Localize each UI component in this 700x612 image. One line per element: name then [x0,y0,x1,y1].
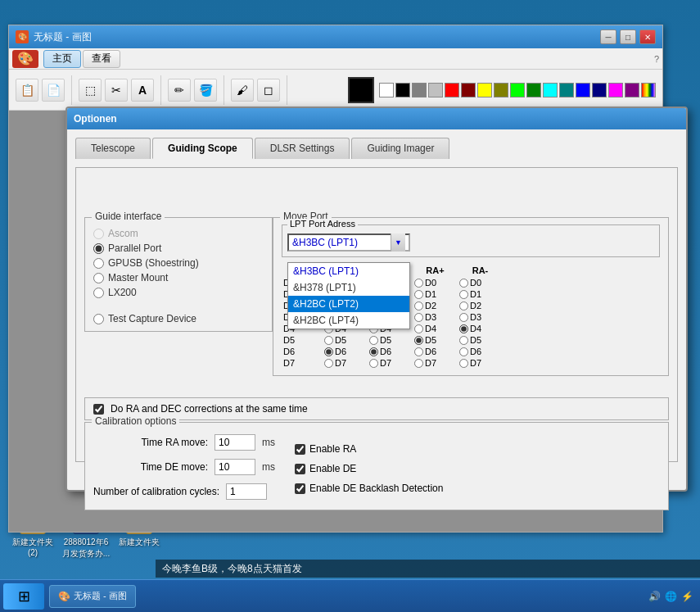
row-d3-raminus[interactable]: D3 [458,311,503,323]
row-d1-raplus[interactable]: D1 [413,288,458,300]
time-ra-input[interactable] [215,434,255,451]
color-purple[interactable] [625,83,639,97]
radio-parallel[interactable]: Parallel Port [93,243,264,254]
radio-d0-raminus[interactable] [459,279,468,288]
taskbar-paint-window[interactable]: 🎨 无标题 - 画图 [49,585,136,608]
radio-d5-deminus[interactable] [369,336,378,345]
enable-ra-checkbox[interactable] [295,444,305,455]
radio-d7-raminus[interactable] [459,359,468,368]
row-d7-raminus[interactable]: D7 [458,357,503,369]
radio-d7-deminus[interactable] [369,359,378,368]
tab-dlsr[interactable]: DLSR Settings [255,138,350,159]
color-navy[interactable] [592,83,607,97]
radio-d7-raplus[interactable] [414,359,423,368]
radio-d4-raminus[interactable] [459,324,468,333]
color-silver[interactable] [428,83,443,97]
select-icon[interactable]: ⬚ [79,79,102,102]
radio-d6-deminus[interactable] [369,347,378,356]
radio-gpusb-input[interactable] [93,258,104,269]
row-d2-raplus[interactable]: D2 [413,300,458,311]
maximize-button[interactable]: □ [620,29,636,44]
radio-d5-raminus[interactable] [459,336,468,345]
radio-d1-raminus[interactable] [459,290,468,299]
radio-lx200-input[interactable] [93,288,104,298]
brush-icon[interactable]: 🖌 [231,79,254,102]
row-d2-raminus[interactable]: D2 [458,300,503,311]
color-white[interactable] [379,83,394,97]
radio-d1-raplus[interactable] [414,290,423,299]
enable-de-checkbox[interactable] [295,464,305,474]
active-color-box[interactable] [348,77,374,103]
radio-d4-raplus[interactable] [414,324,423,333]
radio-test-input[interactable] [93,314,104,324]
row-d6-raminus[interactable]: D6 [458,346,503,357]
radio-d5-raplus[interactable] [414,336,423,345]
tray-icon-1[interactable]: 🔊 [648,590,661,603]
row-d0-raminus[interactable]: D0 [458,277,503,288]
row-d5-raplus[interactable]: D5 [413,334,458,346]
radio-master[interactable]: Master Mount [93,272,264,283]
pencil-icon[interactable]: ✏ [168,79,191,102]
fill-icon[interactable]: 🪣 [194,79,217,102]
clipboard-icon[interactable]: 📋 [16,79,38,102]
color-fuchsia[interactable] [608,83,623,97]
color-red[interactable] [445,83,459,97]
radio-d3-raminus[interactable] [459,313,468,322]
tray-icon-2[interactable]: 🌐 [664,590,677,603]
ra-dec-checkbox[interactable] [93,404,104,415]
color-green[interactable] [526,83,541,97]
radio-test[interactable]: Test Capture Device [93,313,264,324]
lpt-select-display[interactable]: &H3BC (LPT1) ▼ [287,233,410,252]
tab-guiding-scope[interactable]: Guiding Scope [152,138,253,159]
radio-d2-raplus[interactable] [414,301,423,311]
color-yellow[interactable] [477,83,492,97]
crop-icon[interactable]: ✂ [105,79,128,102]
color-teal[interactable] [559,83,574,97]
row-d5-deminus[interactable]: D5 [368,334,413,346]
lpt-option-2[interactable]: &H378 (LPT1) [288,279,409,296]
radio-ascom-input[interactable] [93,229,104,239]
dropdown-arrow-icon[interactable]: ▼ [391,233,405,252]
radio-d6-raplus[interactable] [414,347,423,356]
row-d7-deminus[interactable]: D7 [368,357,413,369]
radio-d5-deplus[interactable] [324,336,333,345]
color-lime[interactable] [510,83,525,97]
radio-d3-raplus[interactable] [414,313,423,322]
eraser-icon[interactable]: ◻ [257,79,280,102]
row-d0-raplus[interactable]: D0 [413,277,458,288]
color-olive[interactable] [494,83,508,97]
radio-master-input[interactable] [93,273,104,283]
start-button[interactable]: ⊞ [3,583,44,610]
row-d6-deplus[interactable]: D6 [323,346,368,357]
row-d7-raplus[interactable]: D7 [413,357,458,369]
color-black[interactable] [395,83,410,97]
lpt-option-4[interactable]: &H2BC (LPT4) [288,312,409,329]
row-d5-raminus[interactable]: D5 [458,334,503,346]
lpt-option-3[interactable]: &H2BC (LPT2) [288,296,409,312]
radio-d2-raminus[interactable] [459,301,468,311]
row-d3-raplus[interactable]: D3 [413,311,458,323]
radio-parallel-input[interactable] [93,243,104,254]
radio-gpusb[interactable]: GPUSB (Shoestring) [93,257,264,269]
row-d4-raminus[interactable]: D4 [458,323,503,334]
color-aqua[interactable] [543,83,558,97]
tab-guiding-imager[interactable]: Guiding Imager [351,138,449,159]
tab-telescope[interactable]: Telescope [75,138,151,159]
row-d5-deplus[interactable]: D5 [323,334,368,346]
tray-icon-3[interactable]: ⚡ [680,590,693,603]
radio-ascom[interactable]: Ascom [93,228,264,239]
lpt-option-1[interactable]: &H3BC (LPT1) [288,263,409,279]
minimize-button[interactable]: ─ [600,29,616,44]
menu-home[interactable]: 主页 [43,50,81,68]
row-d6-deminus[interactable]: D6 [368,346,413,357]
paste-icon[interactable]: 📄 [42,79,65,102]
radio-d7-deplus[interactable] [324,359,333,368]
row-d1-raminus[interactable]: D1 [458,288,503,300]
radio-d0-raplus[interactable] [414,279,423,288]
close-button[interactable]: ✕ [639,29,656,44]
row-d7-deplus[interactable]: D7 [323,357,368,369]
radio-d6-deplus[interactable] [324,347,333,356]
color-dark-red[interactable] [461,83,476,97]
color-gray[interactable] [412,83,427,97]
row-d6-raplus[interactable]: D6 [413,346,458,357]
